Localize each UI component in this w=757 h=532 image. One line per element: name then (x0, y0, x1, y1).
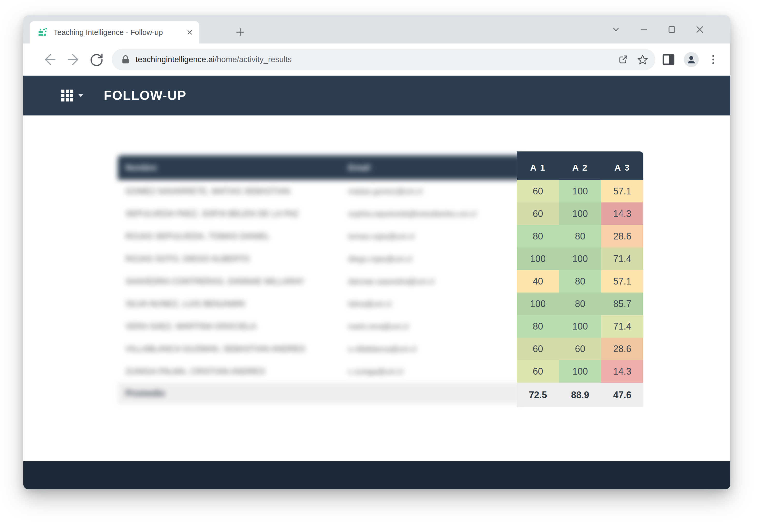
student-name-blurred: ROJAS SEPULVEDA, TOMAS DANIEL (118, 232, 348, 241)
student-name-blurred: GOMEZ NAVARRETE, MATIAS SEBASTIAN (118, 187, 348, 196)
url-domain: teachingintelligence.ai (136, 55, 215, 64)
average-a1: 72.5 (517, 390, 559, 400)
score-cell-a1: 40 (517, 270, 559, 293)
score-row: 6010057.1 (517, 180, 643, 203)
activity-results-table: Nombre Email GOMEZ NAVARRETE, MATIAS SEB… (118, 151, 643, 407)
student-name-blurred: SEPULVEDA PAEZ, SOFIA BELEN DE LA PAZ (118, 209, 348, 218)
student-name-blurred: ZUNIGA PALMA, CRISTIAN ANDRES (118, 367, 348, 376)
toolbar-right-icons (662, 52, 719, 67)
tab-close-icon[interactable] (186, 28, 194, 36)
score-cell-a3: 57.1 (601, 180, 643, 203)
student-email-blurred: s.villablanca@uni.cl (348, 345, 416, 353)
score-cell-a3: 28.6 (601, 225, 643, 247)
student-email-blurred: matias.gomez@uni.cl (348, 187, 422, 196)
table-header-scores: A 1 A 2 A 3 (517, 151, 643, 180)
tab-strip: Teaching Intelligence - Follow-up (23, 15, 730, 44)
app-footer-bar (23, 461, 730, 489)
person-icon (685, 54, 697, 65)
student-email-blurred: sophia.sepulveda@estudiantes.uni.cl (348, 209, 476, 218)
score-cell-a2: 100 (559, 360, 601, 383)
score-row: 1008085.7 (517, 293, 643, 315)
url-text: teachingintelligence.ai/home/activity_re… (136, 55, 610, 64)
url-bar[interactable]: teachingintelligence.ai/home/activity_re… (112, 49, 655, 70)
tab-favicon-icon (38, 28, 47, 37)
score-cell-a3: 14.3 (601, 360, 643, 383)
forward-button[interactable] (62, 48, 85, 71)
tab-title: Teaching Intelligence - Follow-up (53, 28, 186, 37)
student-email-blurred: lsilva@uni.cl (348, 299, 391, 308)
averages-row: 72.5 88.9 47.6 (517, 383, 643, 407)
close-window-button[interactable] (694, 24, 706, 35)
desktop-background: Teaching Intelligence - Follow-up (0, 0, 757, 532)
score-row: 8010071.4 (517, 315, 643, 338)
score-cell-a3: 71.4 (601, 247, 643, 270)
bookmark-star-icon[interactable] (637, 53, 649, 66)
score-cell-a1: 100 (517, 247, 559, 270)
student-name-blurred: VERA SAEZ, MARTINA GRACIELA (118, 322, 348, 331)
window-controls (610, 15, 706, 44)
browser-window: Teaching Intelligence - Follow-up (23, 15, 730, 489)
score-cell-a2: 60 (559, 338, 601, 360)
student-name-blurred: ROJAS SOTO, DIEGO ALBERTO (118, 254, 348, 264)
student-rows: GOMEZ NAVARRETE, MATIAS SEBASTIANmatias.… (118, 180, 522, 383)
score-cell-a3: 28.6 (601, 338, 643, 360)
column-header-a1: A 1 (517, 163, 559, 173)
average-a2: 88.9 (559, 390, 601, 400)
student-row: SILVA NUNEZ, LUIS BENJAMINlsilva@uni.cl (118, 293, 522, 315)
score-cell-a3: 14.3 (601, 203, 643, 225)
share-icon[interactable] (618, 54, 629, 65)
student-name-blurred: SAAVEDRA CONTRERAS, DANNAE MILLARAY (118, 277, 348, 286)
score-cell-a1: 80 (517, 315, 559, 338)
back-button[interactable] (38, 48, 62, 71)
score-cell-a2: 100 (559, 203, 601, 225)
scores-columns: A 1 A 2 A 3 6010057.16010014.3808028.610… (517, 151, 643, 407)
score-cell-a2: 100 (559, 180, 601, 203)
student-row: VILLABLANCA GUZMAN, SEBASTIAN ANDRESs.vi… (118, 338, 522, 360)
browser-tab[interactable]: Teaching Intelligence - Follow-up (30, 21, 199, 44)
score-cell-a1: 60 (517, 338, 559, 360)
score-cell-a2: 100 (559, 315, 601, 338)
maximize-button[interactable] (666, 24, 678, 35)
score-row: 10010071.4 (517, 247, 643, 270)
minimize-button[interactable] (638, 24, 650, 35)
score-row: 6010014.3 (517, 360, 643, 383)
student-email-blurred: diego.rojas@uni.cl (348, 255, 412, 263)
column-header-a2: A 2 (559, 163, 601, 173)
average-a3: 47.6 (601, 390, 643, 400)
new-tab-button[interactable] (233, 25, 247, 39)
reload-button[interactable] (85, 48, 108, 71)
app-navbar: FOLLOW-UP (23, 76, 730, 115)
student-row: ROJAS SOTO, DIEGO ALBERTOdiego.rojas@uni… (118, 247, 522, 270)
blurred-student-columns: Nombre Email GOMEZ NAVARRETE, MATIAS SEB… (118, 155, 522, 404)
student-row: VERA SAEZ, MARTINA GRACIELAmarti.vera@un… (118, 315, 522, 338)
column-header-name: Nombre (118, 163, 348, 172)
url-path: /home/activity_results (215, 55, 292, 64)
browser-menu-kebab-icon[interactable] (708, 53, 719, 66)
student-row: ROJAS SEPULVEDA, TOMAS DANIELtomas.rojas… (118, 225, 522, 247)
tab-search-chevron-icon[interactable] (610, 24, 621, 35)
profile-avatar[interactable] (684, 52, 699, 67)
student-email-blurred: c.zuniga@uni.cl (348, 367, 403, 376)
lock-icon (121, 54, 131, 65)
score-rows: 6010057.16010014.3808028.610010071.44080… (517, 180, 643, 383)
score-row: 408057.1 (517, 270, 643, 293)
table-footer-label: Promedio (118, 383, 522, 404)
student-email-blurred: marti.vera@uni.cl (348, 322, 409, 331)
score-row: 606028.6 (517, 338, 643, 360)
page-content: Nombre Email GOMEZ NAVARRETE, MATIAS SEB… (23, 115, 730, 461)
score-row: 6010014.3 (517, 203, 643, 225)
score-cell-a2: 100 (559, 247, 601, 270)
apps-grid-icon[interactable] (61, 90, 73, 102)
score-cell-a1: 80 (517, 225, 559, 247)
score-cell-a3: 57.1 (601, 270, 643, 293)
student-name-blurred: SILVA NUNEZ, LUIS BENJAMIN (118, 299, 348, 309)
score-cell-a3: 85.7 (601, 293, 643, 315)
score-cell-a1: 60 (517, 180, 559, 203)
student-email-blurred: tomas.rojas@uni.cl (348, 232, 414, 241)
score-cell-a1: 60 (517, 360, 559, 383)
caret-down-icon[interactable] (78, 94, 83, 97)
student-row: ZUNIGA PALMA, CRISTIAN ANDRESc.zuniga@un… (118, 360, 522, 383)
student-email-blurred: dannae.saavedra@uni.cl (348, 277, 434, 286)
side-panel-icon[interactable] (662, 53, 675, 66)
student-row: GOMEZ NAVARRETE, MATIAS SEBASTIANmatias.… (118, 180, 522, 203)
